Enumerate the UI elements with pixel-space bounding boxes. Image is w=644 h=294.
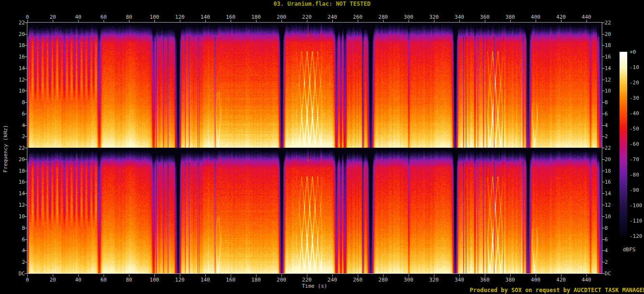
time-tick-mark-bottom (53, 274, 53, 277)
colorbar-tick-label: -70 (630, 156, 644, 163)
time-tick-mark-bottom (256, 274, 257, 277)
time-tick-label-bottom: 0 (15, 277, 39, 283)
time-tick-mark-top (104, 20, 104, 22)
time-tick-mark-bottom (383, 274, 384, 277)
time-tick-label-bottom: 300 (397, 277, 421, 283)
colorbar-tick-label: -120 (630, 233, 644, 239)
time-tick-label-bottom: 260 (346, 277, 370, 283)
spectrogram-window: 03. Uranium.flac: NOT TESTED Frequency (… (0, 0, 644, 294)
time-tick-mark-top (180, 20, 180, 22)
colorbar-tick-label: -60 (630, 141, 644, 147)
time-tick-mark-top (256, 20, 257, 22)
time-tick-mark-bottom (129, 274, 129, 277)
time-tick-mark-top (205, 20, 206, 22)
freq-tick-mark-right (602, 262, 605, 262)
freq-tick-mark-right (602, 68, 605, 69)
freq-tick-mark-left (24, 216, 27, 217)
time-tick-label-bottom: 380 (498, 277, 522, 283)
time-tick-label-bottom: 320 (422, 277, 446, 283)
freq-tick-label-left: 4 (0, 247, 25, 254)
freq-tick-label-left: 10 (0, 213, 25, 220)
spectrogram-channel-1-canvas (27, 23, 602, 148)
time-tick-mark-top (281, 20, 282, 22)
freq-tick-mark-right (602, 239, 605, 240)
footer-credit: Produced by SOX on request by AUCDTECT T… (470, 287, 644, 294)
freq-tick-label-left: 14 (0, 65, 25, 71)
freq-tick-mark-left (24, 159, 27, 160)
time-tick-mark-top (536, 20, 536, 22)
freq-tick-label-left: 16 (0, 54, 25, 60)
page-title: 03. Uranium.flac: NOT TESTED (0, 0, 644, 7)
time-tick-mark-top (459, 20, 460, 22)
time-tick-mark-bottom (180, 274, 180, 277)
freq-tick-label-right: 6 (605, 236, 624, 243)
time-tick-mark-top (154, 20, 155, 22)
time-tick-label-bottom: 40 (66, 277, 90, 283)
freq-tick-label-right: 20 (605, 156, 624, 163)
freq-tick-mark-left (24, 171, 27, 171)
freq-tick-mark-right (602, 250, 605, 251)
freq-tick-label-right: 10 (605, 213, 624, 220)
time-tick-mark-top (510, 20, 511, 22)
freq-tick-mark-right (602, 171, 605, 171)
freq-tick-label-left: 2 (0, 259, 25, 265)
time-tick-label-bottom: 360 (473, 277, 497, 283)
time-tick-label-bottom: 280 (371, 277, 395, 283)
freq-tick-label-left: 20 (0, 156, 25, 163)
freq-tick-label-right: 4 (605, 122, 624, 129)
freq-tick-label-left: 8 (0, 99, 25, 106)
freq-tick-mark-right (602, 216, 605, 217)
time-tick-mark-bottom (104, 274, 104, 277)
time-tick-mark-bottom (434, 274, 434, 277)
freq-tick-mark-right (602, 102, 605, 103)
freq-tick-mark-left (24, 68, 27, 69)
colorbar-tick-label: -80 (630, 172, 644, 178)
freq-tick-mark-right (602, 91, 605, 91)
freq-tick-mark-left (24, 136, 27, 137)
freq-tick-mark-right (602, 45, 605, 46)
time-tick-label-bottom: 140 (193, 277, 217, 283)
colorbar-tick-label: +0 (630, 49, 644, 55)
freq-tick-mark-left (24, 182, 27, 182)
freq-tick-mark-left (24, 57, 27, 57)
freq-tick-mark-left (24, 239, 27, 240)
freq-tick-label-right: 20 (605, 31, 624, 37)
freq-tick-mark-right (602, 228, 605, 228)
freq-tick-label-right: 18 (605, 42, 624, 48)
freq-tick-mark-left (24, 125, 27, 126)
freq-tick-label-left: 6 (0, 236, 25, 243)
freq-tick-label-right: 22 (605, 145, 624, 151)
time-tick-mark-bottom (281, 274, 282, 277)
time-tick-label-bottom: 420 (549, 277, 573, 283)
colorbar-tick-label: -20 (630, 80, 644, 86)
time-tick-mark-top (129, 20, 129, 22)
freq-tick-label-right: 14 (605, 190, 624, 197)
freq-tick-label-right: 22 (605, 20, 624, 26)
time-tick-mark-bottom (510, 274, 511, 277)
freq-tick-mark-right (602, 148, 605, 148)
freq-tick-label-left: 2 (0, 133, 25, 140)
freq-tick-label-left: 22 (0, 145, 25, 151)
freq-tick-mark-left (24, 205, 27, 205)
time-tick-mark-top (409, 20, 409, 22)
freq-tick-mark-right (602, 136, 605, 137)
freq-tick-mark-right (602, 125, 605, 126)
colorbar-tick-label: -90 (630, 187, 644, 193)
time-tick-label-bottom: 340 (447, 277, 471, 283)
time-tick-mark-bottom (78, 274, 79, 277)
time-tick-mark-top (78, 20, 79, 22)
freq-tick-label-right: 16 (605, 54, 624, 60)
time-tick-mark-bottom (459, 274, 460, 277)
freq-tick-label-left: 8 (0, 225, 25, 231)
spectrogram-channel-2-canvas (27, 148, 602, 273)
freq-tick-label-left: 12 (0, 77, 25, 83)
freq-tick-mark-left (24, 148, 27, 148)
freq-tick-mark-right (602, 57, 605, 57)
time-tick-label-bottom: 60 (92, 277, 116, 283)
freq-tick-label-left: 18 (0, 168, 25, 174)
time-tick-label-bottom: 200 (269, 277, 293, 283)
freq-tick-label-right: 4 (605, 247, 624, 254)
freq-tick-label-right: 2 (605, 133, 624, 140)
colorbar-tick-label: -110 (630, 218, 644, 224)
freq-tick-mark-right (602, 159, 605, 160)
